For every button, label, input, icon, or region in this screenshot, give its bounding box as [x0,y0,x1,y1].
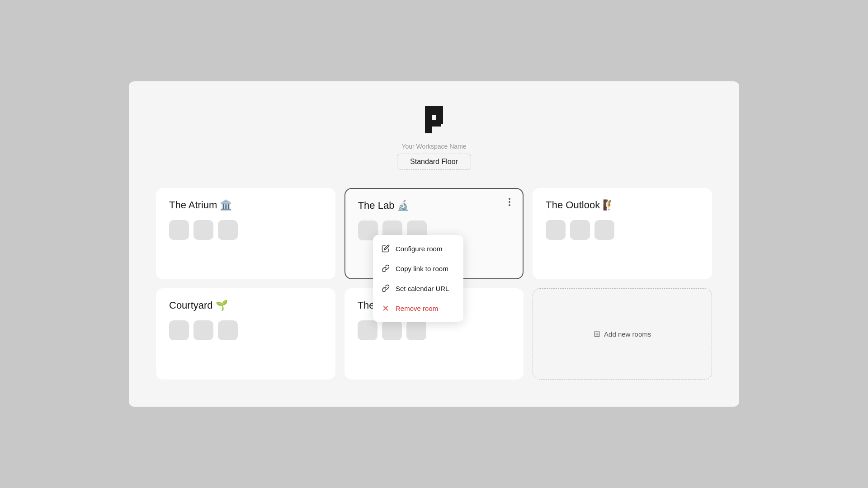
floor-selector-button[interactable]: Standard Floor [397,154,471,170]
menu-item-configure[interactable]: Configure room [373,239,463,258]
room-avatars-courtyard [169,320,322,340]
add-room-icon: ⊞ [594,329,600,339]
calendar-link-icon [381,284,390,293]
room-title-lab: The Lab 🔬 [358,200,510,211]
room-title-atrium: The Atrium 🏛️ [169,199,322,211]
avatar [169,320,189,340]
add-room-label: Add new rooms [604,330,651,338]
avatar [594,220,614,240]
room-title-outlook: The Outlook 🧗 [546,199,699,211]
dot [509,204,510,206]
dot [509,198,510,200]
menu-item-copy-link[interactable]: Copy link to room [373,258,463,278]
avatar [218,220,238,240]
menu-item-configure-label: Configure room [396,245,442,253]
menu-item-copy-link-label: Copy link to room [396,265,448,272]
room-title-courtyard: Courtyard 🌱 [169,300,322,311]
avatar [546,220,566,240]
room-avatars-outlook [546,220,699,240]
avatar [193,220,213,240]
app-logo [416,99,452,136]
menu-item-remove[interactable]: Remove room [373,298,463,318]
main-window: Your Workspace Name Standard Floor The A… [129,81,739,407]
menu-item-calendar[interactable]: Set calendar URL [373,278,463,298]
room-avatars-pavilion [358,320,511,340]
add-room-card[interactable]: ⊞ Add new rooms [533,288,712,380]
avatar [382,320,402,340]
room-card-courtyard[interactable]: Courtyard 🌱 [156,288,335,380]
menu-item-remove-label: Remove room [396,305,438,312]
avatar [193,320,213,340]
avatar [218,320,238,340]
room-card-outlook[interactable]: The Outlook 🧗 [533,188,712,279]
remove-icon [381,304,390,313]
avatar [169,220,189,240]
menu-item-calendar-label: Set calendar URL [396,285,449,292]
room-avatars-atrium [169,220,322,240]
room-card-atrium[interactable]: The Atrium 🏛️ [156,188,335,279]
avatar [406,320,426,340]
context-menu: Configure room Copy link to room Set cal… [373,235,463,322]
avatar [570,220,590,240]
workspace-label: Your Workspace Name [401,143,466,150]
room-options-button-lab[interactable] [503,195,516,209]
edit-icon [381,244,390,253]
link-icon [381,264,390,273]
avatar [358,320,377,340]
dot [509,201,510,203]
